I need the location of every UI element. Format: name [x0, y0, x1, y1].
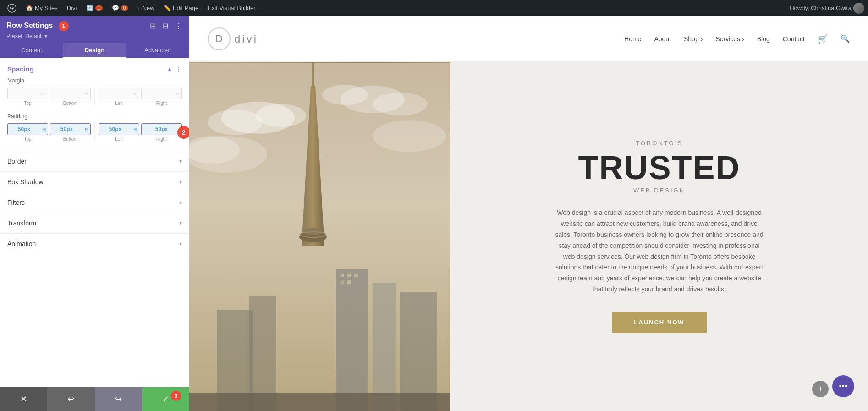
margin-left-link-icon[interactable]: ↔	[131, 91, 139, 96]
svg-rect-21	[341, 274, 344, 277]
cancel-button[interactable]: ✕	[0, 387, 47, 411]
launch-now-button[interactable]: LAUNCH NOW	[612, 312, 706, 333]
panel-header: Row Settings 1 ⊞ ⊟ ⋮ Preset: Default ▾	[0, 16, 189, 43]
collapsible-filters[interactable]: Filters ▾	[0, 192, 189, 213]
notification-item[interactable]: 🔄 1	[82, 0, 106, 16]
padding-row: ⊟ Top ⊟ Bottom	[7, 123, 182, 142]
padding-bottom-group: ⊟ Bottom	[50, 123, 91, 142]
padding-left-input[interactable]	[99, 124, 132, 135]
padding-label: Padding	[7, 113, 182, 120]
user-avatar[interactable]	[853, 3, 864, 14]
padding-top-label: Top	[24, 137, 31, 142]
menu-blog[interactable]: Blog	[757, 35, 770, 43]
panel-title-area: Row Settings 1	[6, 21, 69, 31]
menu-contact[interactable]: Contact	[783, 35, 805, 43]
admin-bar-right: Howdy, Christina Gwira	[790, 3, 864, 14]
panel-preset: Preset: Default ▾	[6, 33, 183, 39]
svg-rect-24	[341, 280, 344, 284]
wp-logo-item[interactable]: W	[4, 0, 20, 16]
padding-right-group: Right	[141, 123, 182, 142]
search-icon[interactable]: 🔍	[841, 34, 850, 43]
margin-top-link-icon[interactable]: ↔	[39, 91, 48, 96]
collapsible-border[interactable]: Border ▾	[0, 151, 189, 171]
hero-body: Web design is a crucial aspect of any mo…	[554, 208, 765, 295]
hero-section: TORONTO'S TRUSTED WEB DESIGN Web design …	[189, 62, 868, 411]
save-button[interactable]: ✓ 3	[142, 387, 189, 411]
margin-bottom-input-wrapper: ↔	[50, 88, 91, 99]
margin-right-group: ↔ Right	[141, 88, 182, 106]
floating-dots-button[interactable]: •••	[832, 375, 854, 397]
padding-top-group: ⊟ Top	[7, 123, 48, 142]
admin-bar: W 🏠 My Sites Divi 🔄 1 💬 0 + New ✏️ Edit …	[0, 0, 868, 16]
margin-left-input[interactable]	[99, 88, 131, 99]
edit-page-item[interactable]: ✏️ Edit Page	[160, 0, 202, 16]
margin-top-label: Top	[24, 101, 31, 106]
margin-bottom-link-icon[interactable]: ↔	[82, 91, 90, 96]
tab-advanced[interactable]: Advanced	[126, 43, 189, 58]
svg-point-4	[208, 110, 263, 135]
svg-rect-23	[354, 274, 358, 277]
padding-row-wrapper: ⊟ Top ⊟ Bottom	[7, 123, 182, 142]
padding-right-input[interactable]	[142, 124, 181, 135]
padding-left-input-wrapper: ⊟	[99, 123, 139, 135]
layout-icon[interactable]: ⊟	[161, 21, 169, 31]
margin-bottom-input[interactable]	[50, 88, 82, 99]
margin-right-label: Right	[156, 101, 167, 106]
svg-text:W: W	[10, 5, 15, 11]
floating-plus-button[interactable]: +	[812, 381, 829, 397]
padding-left-link-icon[interactable]: ⊟	[132, 127, 139, 132]
margin-top-input-wrapper: ↔	[7, 88, 48, 99]
logo-text: divi	[234, 33, 258, 45]
svg-point-11	[373, 120, 446, 152]
tab-content[interactable]: Content	[0, 43, 63, 58]
panel-tabs: Content Design Advanced	[0, 43, 189, 58]
margin-row: ↔ Top ↔ Bottom	[7, 88, 182, 106]
padding-top-input[interactable]	[8, 124, 40, 135]
svg-point-5	[256, 104, 306, 127]
tab-design[interactable]: Design	[63, 43, 126, 58]
menu-services[interactable]: Services ›	[715, 35, 744, 43]
margin-left-input-wrapper: ↔	[99, 88, 139, 99]
comment-item[interactable]: 💬 0	[108, 0, 132, 16]
collapse-spacing-btn[interactable]: ▲	[166, 66, 173, 73]
margin-label: Margin	[7, 77, 182, 84]
padding-right-label: Right	[156, 137, 167, 142]
collapsible-transform[interactable]: Transform ▾	[0, 213, 189, 233]
menu-home[interactable]: Home	[624, 35, 641, 43]
spacing-section: Margin ↔ Top ↔ Bottom	[0, 77, 189, 151]
hero-title: TRUSTED	[578, 151, 741, 184]
margin-left-group: ↔ Left	[99, 88, 139, 106]
margin-top-input[interactable]	[8, 88, 39, 99]
menu-shop[interactable]: Shop ›	[684, 35, 703, 43]
cancel-icon: ✕	[20, 394, 27, 404]
spacing-more-btn[interactable]: ⋮	[176, 66, 182, 73]
padding-top-link-icon[interactable]: ⊟	[40, 127, 48, 132]
undo-button[interactable]: ↩	[47, 387, 94, 411]
margin-left-label: Left	[115, 101, 123, 106]
menu-about[interactable]: About	[654, 35, 671, 43]
padding-bottom-link-icon[interactable]: ⊟	[83, 127, 90, 132]
notification-icon: 🔄	[86, 5, 93, 11]
shop-arrow: ›	[701, 35, 703, 43]
padding-bottom-input[interactable]	[50, 124, 83, 135]
svg-rect-16	[312, 63, 314, 88]
divi-item[interactable]: Divi	[63, 0, 81, 16]
margin-right-input[interactable]	[142, 88, 173, 99]
collapsible-box-shadow[interactable]: Box Shadow ▾	[0, 171, 189, 192]
redo-button[interactable]: ↪	[95, 387, 142, 411]
collapsible-animation[interactable]: Animation ▾	[0, 233, 189, 254]
margin-right-link-icon[interactable]: ↔	[173, 91, 181, 96]
exit-builder-item[interactable]: Exit Visual Builder	[204, 0, 259, 16]
padding-left-group: ⊟ Left	[99, 123, 139, 142]
padding-divider	[94, 123, 95, 142]
svg-rect-19	[373, 283, 396, 411]
collapsible-title-4: Animation	[7, 240, 36, 247]
cart-icon[interactable]: 🛒	[818, 34, 828, 44]
more-icon[interactable]: ⋮	[174, 21, 183, 31]
resize-icon[interactable]: ⊞	[149, 21, 157, 31]
collapsibles-container: Border ▾ Box Shadow ▾ Filters ▾ Transfor…	[0, 151, 189, 254]
bottom-toolbar: ✕ ↩ ↪ ✓ 3	[0, 387, 189, 411]
services-arrow: ›	[742, 35, 744, 43]
new-item[interactable]: + New	[134, 0, 158, 16]
my-sites-item[interactable]: 🏠 My Sites	[22, 0, 61, 16]
